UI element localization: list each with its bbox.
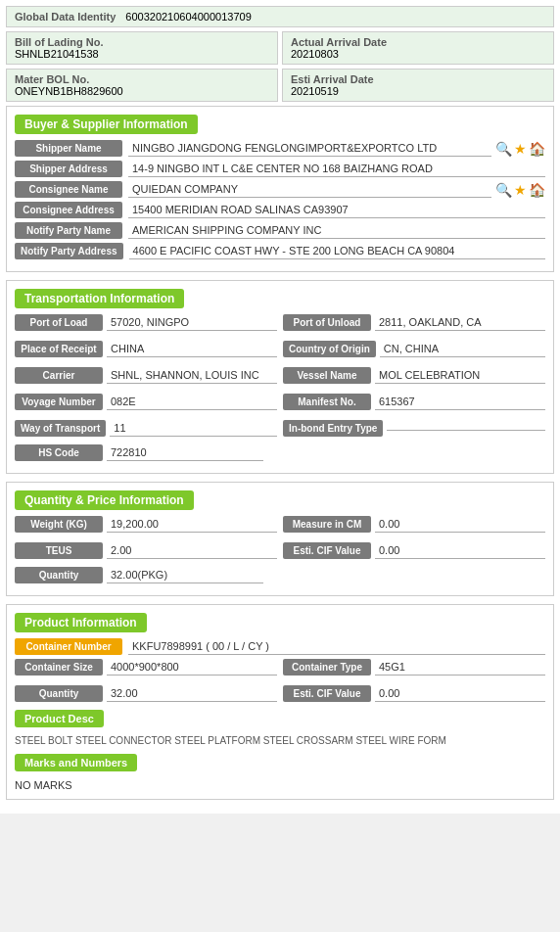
container-type-label: Container Type: [283, 659, 371, 676]
hs-code-label: HS Code: [15, 444, 103, 461]
mater-bol-value: ONEYNB1BH8829600: [15, 85, 269, 97]
product-grid: Container Size 4000*900*800 Container Ty…: [15, 659, 545, 706]
marks-and-numbers-button[interactable]: Marks and Numbers: [15, 754, 137, 771]
quantity-price-section: Quantity & Price Information Weight (KG)…: [6, 482, 554, 596]
voyage-number-value: 082E: [107, 394, 277, 410]
consignee-name-value: QUIEDAN COMPANY: [128, 181, 491, 198]
esti-cif-value-row: Esti. CIF Value 0.00: [283, 542, 545, 559]
teus-row: TEUS 2.00: [15, 542, 277, 559]
mater-bol-cell: Mater BOL No. ONEYNB1BH8829600: [6, 69, 278, 102]
weight-row: Weight (KG) 19,200.00: [15, 516, 277, 533]
carrier-value: SHNL, SHANNON, LOUIS INC: [107, 367, 277, 384]
teus-label: TEUS: [15, 542, 103, 559]
marks-value: NO MARKS: [15, 779, 545, 791]
carrier-label: Carrier: [15, 367, 103, 384]
shipper-name-value: NINGBO JIANGDONG FENGLONGIMPORT&EXPORTCO…: [128, 140, 491, 157]
quantity-row: Quantity 32.00(PKG): [15, 567, 545, 583]
transportation-header: Transportation Information: [15, 289, 184, 308]
home-icon[interactable]: 🏠: [529, 182, 545, 198]
voyage-number-label: Voyage Number: [15, 394, 103, 410]
measure-in-cm-label: Measure in CM: [283, 516, 371, 533]
shipper-name-row: Shipper Name NINGBO JIANGDONG FENGLONGIM…: [15, 140, 545, 157]
product-desc-text: STEEL BOLT STEEL CONNECTOR STEEL PLATFOR…: [15, 735, 545, 746]
page: Global Data Identity 6003202106040000137…: [0, 0, 560, 814]
esti-cif-value-value: 0.00: [375, 542, 545, 559]
vessel-name-value: MOL CELEBRATION: [375, 367, 545, 384]
container-size-value: 4000*900*800: [107, 659, 277, 676]
container-size-row: Container Size 4000*900*800: [15, 659, 277, 676]
way-of-transport-value: 11: [110, 420, 277, 437]
carrier-row: Carrier SHNL, SHANNON, LOUIS INC: [15, 367, 277, 384]
consignee-address-row: Consignee Address 15400 MERIDIAN ROAD SA…: [15, 202, 545, 218]
manifest-no-row: Manifest No. 615367: [283, 394, 545, 410]
shipper-address-label: Shipper Address: [15, 161, 122, 177]
place-of-receipt-row: Place of Receipt CHINA: [15, 341, 277, 357]
vessel-name-row: Vessel Name MOL CELEBRATION: [283, 367, 545, 384]
transport-grid: Port of Load 57020, NINGPO Port of Unloa…: [15, 314, 545, 441]
star-icon[interactable]: ★: [514, 182, 527, 198]
container-size-label: Container Size: [15, 659, 103, 676]
product-section: Product Information Container Number KKF…: [6, 604, 554, 800]
top-info-grid: Bill of Lading No. SHNLB21041538 Actual …: [6, 31, 554, 102]
esti-arrival-cell: Esti Arrival Date 20210519: [282, 69, 554, 102]
actual-arrival-cell: Actual Arrival Date 20210803: [282, 31, 554, 65]
consignee-address-value: 15400 MERIDIAN ROAD SALINAS CA93907: [128, 202, 545, 218]
country-of-origin-label: Country of Origin: [283, 341, 376, 357]
notify-party-name-label: Notify Party Name: [15, 222, 122, 239]
global-data-label: Global Data Identity: [15, 11, 116, 23]
notify-party-address-label: Notify Party Address: [15, 243, 123, 259]
home-icon[interactable]: 🏠: [529, 141, 545, 157]
shipper-name-label: Shipper Name: [15, 140, 122, 157]
hs-code-value: 722810: [107, 444, 263, 461]
global-data-row: Global Data Identity 6003202106040000137…: [6, 6, 554, 27]
product-desc-button[interactable]: Product Desc: [15, 710, 104, 727]
quantity-label: Quantity: [15, 567, 103, 583]
port-of-unload-value: 2811, OAKLAND, CA: [375, 314, 545, 331]
container-type-value: 45G1: [375, 659, 545, 676]
in-bond-entry-type-value: [387, 426, 545, 431]
star-icon[interactable]: ★: [514, 141, 527, 157]
container-number-row: Container Number KKFU7898991 ( 00 / L / …: [15, 638, 545, 655]
bol-value: SHNLB21041538: [15, 48, 269, 60]
consignee-address-label: Consignee Address: [15, 202, 122, 218]
place-of-receipt-label: Place of Receipt: [15, 341, 103, 357]
product-quantity-row: Quantity 32.00: [15, 685, 277, 702]
container-number-label: Container Number: [15, 638, 122, 655]
quantity-value: 32.00(PKG): [107, 567, 263, 583]
esti-cif-value-label: Esti. CIF Value: [283, 542, 371, 559]
product-quantity-value: 32.00: [107, 685, 277, 702]
country-of-origin-value: CN, CHINA: [380, 341, 545, 357]
manifest-no-value: 615367: [375, 394, 545, 410]
product-esti-cif-value: 0.00: [375, 685, 545, 702]
weight-value: 19,200.00: [107, 516, 277, 533]
hs-code-row: HS Code 722810: [15, 444, 545, 461]
container-number-value: KKFU7898991 ( 00 / L / CY ): [128, 638, 545, 655]
notify-party-name-row: Notify Party Name AMERICAN SHIPPING COMP…: [15, 222, 545, 239]
notify-party-name-value: AMERICAN SHIPPING COMPANY INC: [128, 222, 545, 239]
quantity-price-header: Quantity & Price Information: [15, 490, 194, 510]
teus-value: 2.00: [107, 542, 277, 559]
search-icon[interactable]: 🔍: [495, 182, 512, 198]
product-esti-cif-label: Esti. CIF Value: [283, 685, 371, 702]
notify-party-address-row: Notify Party Address 4600 E PACIFIC COAS…: [15, 243, 545, 259]
search-icon[interactable]: 🔍: [495, 141, 512, 157]
consignee-name-icons: 🔍 ★ 🏠: [495, 182, 545, 198]
buyer-supplier-section: Buyer & Supplier Information Shipper Nam…: [6, 106, 554, 272]
in-bond-entry-type-row: In-bond Entry Type: [283, 420, 545, 437]
product-header: Product Information: [15, 613, 147, 632]
global-data-value: 600320210604000013709: [125, 11, 251, 23]
voyage-number-row: Voyage Number 082E: [15, 394, 277, 410]
port-of-load-row: Port of Load 57020, NINGPO: [15, 314, 277, 331]
bol-cell: Bill of Lading No. SHNLB21041538: [6, 31, 278, 65]
country-of-origin-row: Country of Origin CN, CHINA: [283, 341, 545, 357]
mater-bol-label: Mater BOL No.: [15, 73, 269, 85]
port-of-unload-row: Port of Unload 2811, OAKLAND, CA: [283, 314, 545, 331]
shipper-address-value: 14-9 NINGBO INT L C&E CENTER NO 168 BAIZ…: [128, 161, 545, 177]
manifest-no-label: Manifest No.: [283, 394, 371, 410]
way-of-transport-row: Way of Transport 11: [15, 420, 277, 437]
product-quantity-label: Quantity: [15, 685, 103, 702]
actual-arrival-label: Actual Arrival Date: [291, 36, 545, 48]
esti-arrival-value: 20210519: [291, 85, 545, 97]
buyer-supplier-header: Buyer & Supplier Information: [15, 115, 198, 134]
quantity-price-grid: Weight (KG) 19,200.00 Measure in CM 0.00…: [15, 516, 545, 563]
